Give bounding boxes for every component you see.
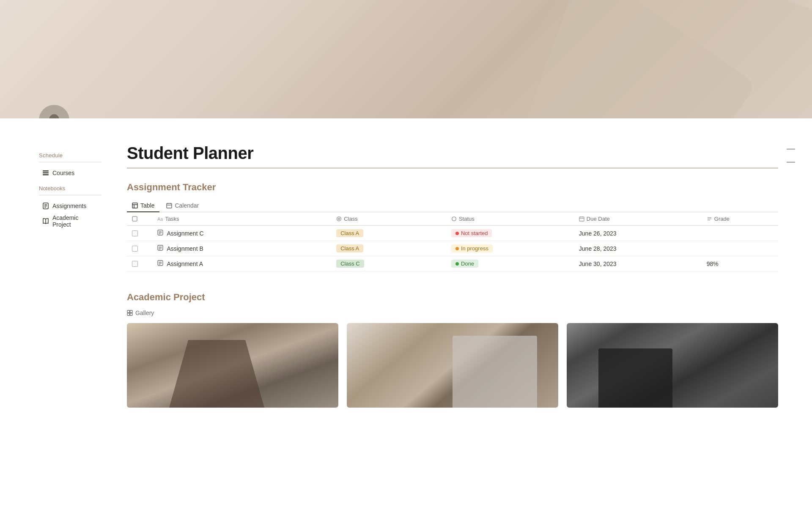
circle-header-icon [336,216,342,222]
table-row: Assignment A Class C Done June [127,256,778,271]
row-c-class-badge: Class A [336,229,363,237]
collapse-icon[interactable]: — [787,144,795,153]
sidebar: Schedule Courses Notebooks Assignments [0,144,110,499]
text-icon: Aa [157,216,163,222]
toolbar-icons: — — [787,144,795,167]
assignments-label: Assignments [52,203,86,209]
row-a-checkbox[interactable] [132,261,138,267]
row-c-grade-cell [702,226,778,241]
schedule-section-title: Schedule [39,152,102,159]
row-a-task-name: Assignment A [167,260,203,267]
tab-calendar-label: Calendar [175,202,199,209]
col-header-grade[interactable]: Grade [702,212,778,226]
row-b-checkbox[interactable] [132,246,138,252]
gallery-icon [127,310,133,316]
svg-line-28 [455,217,455,218]
tab-calendar[interactable]: Calendar [161,200,204,212]
row-c-due-cell: June 26, 2023 [574,226,702,241]
gallery-card-1[interactable] [127,323,338,408]
col-header-check [127,212,152,226]
col-header-class[interactable]: Class [331,212,446,226]
svg-rect-51 [130,313,133,316]
row-a-due-cell: June 30, 2023 [574,256,702,271]
list-col-icon [707,216,712,222]
row-b-class-cell[interactable]: Class A [331,241,446,256]
gallery-grid [127,323,778,408]
gallery-card-3[interactable] [567,323,778,408]
collapse-icon-2[interactable]: — [787,157,795,167]
tab-table-label: Table [140,202,154,209]
notebooks-section-title: Notebooks [39,185,102,192]
task-icon [157,245,163,251]
svg-rect-49 [130,310,133,313]
col-header-due-date[interactable]: Due Date [574,212,702,226]
sidebar-divider-1 [39,162,102,162]
svg-rect-1 [43,170,49,172]
row-c-class-cell[interactable]: Class A [331,226,446,241]
calendar-tab-icon [166,203,172,208]
svg-point-0 [49,114,59,118]
sidebar-item-courses[interactable]: Courses [39,167,102,178]
table-header-row: Aa Tasks Class [127,212,778,226]
row-b-task-cell[interactable]: Assignment B [152,241,331,256]
svg-rect-2 [43,173,49,174]
title-divider [127,168,778,168]
svg-rect-50 [127,313,130,316]
table-row: Assignment B Class A In progress [127,241,778,256]
svg-rect-9 [132,203,137,208]
row-a-status-badge: Done [451,260,478,268]
hero-banner [0,0,812,118]
row-a-class-badge: Class C [336,260,364,268]
gallery-view-label[interactable]: Gallery [127,310,778,316]
layers-icon [42,170,49,176]
academic-project-section: Academic Project Gallery [127,292,778,408]
row-b-check-cell [127,241,152,256]
row-a-status-dot [455,262,459,266]
task-icon [157,260,163,266]
sidebar-item-assignments[interactable]: Assignments [39,200,102,211]
gallery-label-text: Gallery [135,310,154,316]
svg-point-18 [337,217,341,221]
row-c-check-cell [127,226,152,241]
task-icon [157,230,163,236]
svg-line-27 [453,220,453,220]
sidebar-divider-2 [39,195,102,195]
checkbox-header-icon [132,216,137,222]
svg-text:Aa: Aa [157,217,163,222]
row-b-status-cell[interactable]: In progress [446,241,574,256]
row-c-task-name: Assignment C [167,230,203,237]
svg-point-19 [338,218,340,220]
col-header-tasks[interactable]: Aa Tasks [152,212,331,226]
tab-table[interactable]: Table [127,200,159,212]
document-icon [42,203,49,209]
assignment-tracker-tabs: Table Calendar [127,200,778,212]
row-c-task-cell[interactable]: Assignment C [152,226,331,241]
courses-label: Courses [52,170,74,176]
academic-project-title: Academic Project [127,292,778,303]
page-title-area: Student Planner [127,144,778,168]
row-a-class-cell[interactable]: Class C [331,256,446,271]
svg-line-26 [455,220,455,220]
svg-rect-48 [127,310,130,313]
calendar-col-icon [579,216,584,222]
row-c-checkbox[interactable] [132,230,138,236]
table-icon [132,203,138,208]
svg-rect-29 [579,217,584,221]
status-header-icon [451,216,457,222]
svg-line-25 [453,217,453,218]
row-b-task-name: Assignment B [167,245,203,252]
row-a-task-cell[interactable]: Assignment A [152,256,331,271]
row-c-status-dot [455,232,459,235]
row-b-class-badge: Class A [336,244,363,252]
row-a-check-cell [127,256,152,271]
row-c-status-cell[interactable]: Not started [446,226,574,241]
assignments-table: Aa Tasks Class [127,212,778,271]
row-b-status-dot [455,247,459,250]
gallery-card-2[interactable] [347,323,558,408]
col-header-status[interactable]: Status [446,212,574,226]
avatar [39,105,69,118]
row-a-status-cell[interactable]: Done [446,256,574,271]
svg-rect-3 [43,174,49,175]
assignment-tracker-section: Assignment Tracker Table [127,182,778,271]
sidebar-item-academic-project[interactable]: Academic Project [39,212,102,230]
